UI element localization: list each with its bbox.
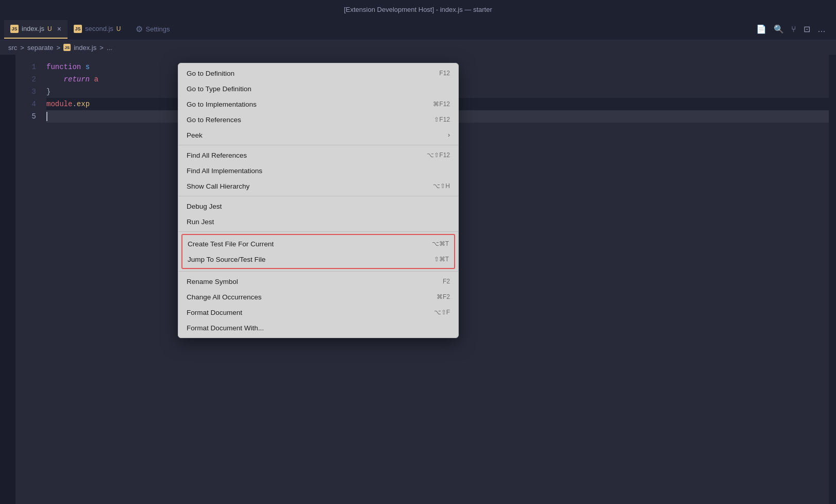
- split-editor-icon[interactable]: ⊡: [804, 24, 810, 34]
- menu-label-format-document-with: Format Document With...: [187, 324, 429, 332]
- breadcrumb-js-badge: JS: [63, 44, 71, 51]
- menu-shortcut-find-all-references: ⌥⇧F12: [427, 152, 450, 159]
- tab-second-label: second.js: [85, 25, 113, 32]
- breadcrumb-indexjs[interactable]: index.js: [74, 44, 96, 52]
- separator-2: [178, 196, 458, 196]
- title-bar: [Extension Development Host] - index.js …: [0, 0, 836, 19]
- line-num-4: 4: [15, 98, 36, 110]
- menu-label-find-all-references: Find All References: [187, 152, 406, 159]
- menu-item-find-all-references[interactable]: Find All References ⌥⇧F12: [178, 147, 458, 163]
- breadcrumb-separate[interactable]: separate: [27, 44, 54, 52]
- js-badge-index: JS: [10, 25, 19, 33]
- menu-item-go-to-definition[interactable]: Go to Definition F12: [178, 65, 458, 81]
- menu-item-jump-to-source[interactable]: Jump To Source/Test File ⇧⌘T: [182, 251, 454, 267]
- menu-item-show-call-hierarchy[interactable]: Show Call Hierarchy ⌥⇧H: [178, 178, 458, 194]
- breadcrumb-sep1: >: [20, 44, 24, 52]
- menu-label-debug-jest: Debug Jest: [187, 203, 450, 210]
- menu-item-rename-symbol[interactable]: Rename Symbol F2: [178, 274, 458, 289]
- separator-4: [178, 271, 458, 272]
- activity-strip: [0, 55, 15, 504]
- token-var: a: [94, 73, 98, 86]
- context-menu: Go to Definition F12 Go to Type Definiti…: [178, 63, 459, 338]
- menu-item-go-to-references[interactable]: Go to References ⇧F12: [178, 112, 458, 127]
- menu-label-peek: Peek: [187, 131, 448, 139]
- menu-label-show-call-hierarchy: Show Call Hierarchy: [187, 182, 412, 190]
- settings-label: Settings: [146, 25, 170, 33]
- tab-settings[interactable]: ⚙ Settings: [127, 20, 178, 39]
- menu-shortcut-go-to-definition: F12: [439, 70, 450, 77]
- separator-3: [178, 231, 458, 232]
- menu-shortcut-jump-to-source: ⇧⌘T: [434, 256, 449, 263]
- menu-label-go-to-references: Go to References: [187, 116, 413, 124]
- menu-label-find-all-implementations: Find All Implementations: [187, 167, 429, 175]
- menu-shortcut-create-test-file: ⌥⌘T: [432, 240, 449, 247]
- token-exports: exp: [77, 98, 90, 110]
- tab-close-icon[interactable]: ×: [57, 25, 61, 33]
- title-text: [Extension Development Host] - index.js …: [344, 6, 492, 13]
- breadcrumb-sep3: >: [99, 44, 104, 52]
- line-num-1: 1: [15, 61, 36, 73]
- token-brace: }: [46, 86, 51, 98]
- editor-area: 1 2 3 4 5 function s return a } module.e…: [0, 55, 836, 504]
- menu-item-go-to-type-definition[interactable]: Go to Type Definition: [178, 81, 458, 96]
- text-cursor: [46, 112, 47, 121]
- menu-shortcut-go-to-implementations: ⌘F12: [433, 100, 450, 108]
- line-num-2: 2: [15, 73, 36, 86]
- menu-label-run-jest: Run Jest: [187, 218, 450, 226]
- breadcrumb-src[interactable]: src: [8, 44, 17, 52]
- breadcrumb: src > separate > JS index.js > ...: [0, 40, 836, 55]
- tab-bar: JS index.js U × JS second.js U ⚙ Setting…: [0, 19, 836, 40]
- menu-item-format-document-with[interactable]: Format Document With...: [178, 320, 458, 335]
- line-num-3: 3: [15, 86, 36, 98]
- token-return: return: [64, 73, 90, 86]
- menu-item-go-to-implementations[interactable]: Go to Implementations ⌘F12: [178, 96, 458, 112]
- menu-item-find-all-implementations[interactable]: Find All Implementations: [178, 163, 458, 178]
- menu-item-format-document[interactable]: Format Document ⌥⇧F: [178, 305, 458, 320]
- menu-item-debug-jest[interactable]: Debug Jest: [178, 198, 458, 214]
- menu-item-run-jest[interactable]: Run Jest: [178, 214, 458, 229]
- token-module: module: [46, 98, 72, 110]
- menu-item-create-test-file[interactable]: Create Test File For Current ⌥⌘T: [182, 236, 454, 251]
- menu-label-create-test-file: Create Test File For Current: [188, 240, 411, 248]
- js-badge-second: JS: [74, 25, 82, 33]
- menu-label-go-to-implementations: Go to Implementations: [187, 100, 412, 108]
- menu-shortcut-go-to-references: ⇧F12: [434, 116, 450, 123]
- menu-label-go-to-type-definition: Go to Type Definition: [187, 85, 429, 93]
- tab-actions: 📄 🔍 ⑂ ⊡ …: [756, 24, 832, 34]
- menu-item-peek[interactable]: Peek ›: [178, 127, 458, 143]
- search-icon[interactable]: 🔍: [774, 24, 784, 34]
- source-control-icon[interactable]: ⑂: [791, 25, 796, 34]
- tab-index-modifier: U: [47, 25, 52, 32]
- menu-shortcut-change-all-occurrences: ⌘F2: [437, 293, 450, 300]
- menu-label-format-document: Format Document: [187, 309, 413, 316]
- menu-highlighted-group: Create Test File For Current ⌥⌘T Jump To…: [181, 234, 455, 269]
- menu-shortcut-show-call-hierarchy: ⌥⇧H: [433, 182, 450, 190]
- line-num-5: 5: [15, 110, 36, 123]
- menu-shortcut-format-document: ⌥⇧F: [434, 309, 450, 316]
- breadcrumb-sep2: >: [57, 44, 61, 52]
- peek-arrow-icon: ›: [448, 131, 450, 139]
- tab-second-modifier: U: [116, 25, 121, 32]
- token-function-keyword: function: [46, 61, 81, 73]
- settings-icon: ⚙: [136, 24, 143, 34]
- menu-shortcut-rename-symbol: F2: [443, 278, 450, 285]
- breadcrumb-more[interactable]: ...: [107, 44, 112, 52]
- new-file-icon[interactable]: 📄: [756, 24, 766, 34]
- menu-label-change-all-occurrences: Change All Occurrences: [187, 293, 416, 301]
- scrollbar-track[interactable]: [829, 55, 836, 504]
- menu-item-change-all-occurrences[interactable]: Change All Occurrences ⌘F2: [178, 289, 458, 305]
- menu-label-rename-symbol: Rename Symbol: [187, 278, 422, 285]
- token-fn-name: s: [86, 61, 90, 73]
- menu-label-jump-to-source: Jump To Source/Test File: [188, 256, 413, 263]
- separator-1: [178, 145, 458, 145]
- line-numbers: 1 2 3 4 5: [15, 55, 46, 504]
- menu-label-go-to-definition: Go to Definition: [187, 70, 419, 77]
- tab-index-js[interactable]: JS index.js U ×: [4, 20, 68, 39]
- tab-index-label: index.js: [22, 25, 44, 32]
- more-actions-icon[interactable]: …: [817, 25, 826, 34]
- tab-second-js[interactable]: JS second.js U: [68, 20, 127, 39]
